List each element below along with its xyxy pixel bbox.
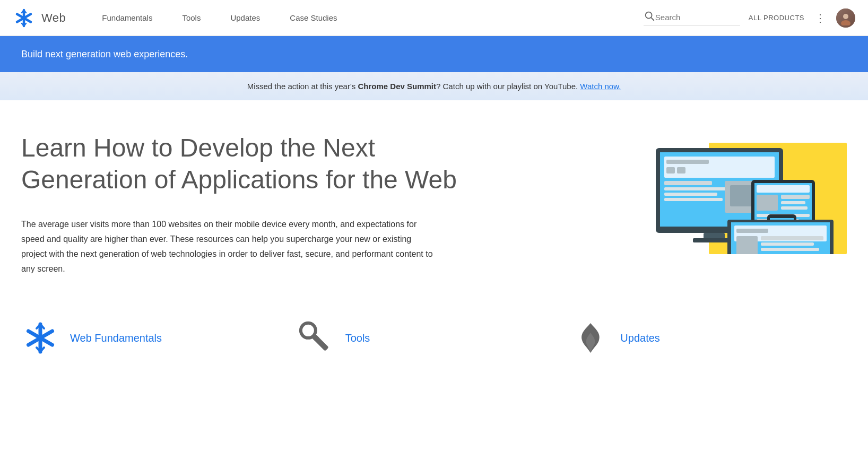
search-area[interactable]	[644, 10, 740, 26]
logo[interactable]: Web	[13, 7, 66, 29]
logo-icon	[13, 7, 35, 29]
svg-line-9	[651, 18, 654, 20]
web-fundamentals-label: Web Fundamentals	[70, 332, 162, 344]
svg-rect-18	[677, 167, 685, 174]
svg-rect-29	[757, 185, 810, 193]
web-fundamentals-icon	[21, 319, 59, 357]
hero-banner-text: Build next generation web experiences.	[21, 49, 188, 60]
updates-label: Updates	[620, 332, 660, 344]
svg-rect-33	[781, 206, 808, 210]
hero-illustration	[645, 132, 847, 249]
svg-rect-48	[736, 236, 758, 254]
svg-rect-47	[736, 229, 768, 233]
notification-text-after: ? Catch up with our playlist on YouTube.	[436, 82, 580, 91]
svg-rect-20	[664, 187, 728, 190]
notification-bold: Chrome Dev Summit	[358, 82, 436, 91]
hero-text: Learn How to Develop the Next Generation…	[21, 132, 499, 276]
navigation: Web Fundamentals Tools Updates Case Stud…	[0, 0, 868, 36]
watch-now-link[interactable]: Watch now.	[580, 82, 621, 91]
tools-icon	[297, 319, 335, 357]
search-input[interactable]	[655, 13, 740, 22]
svg-point-10	[843, 14, 848, 19]
avatar-image	[836, 8, 855, 28]
svg-point-11	[841, 20, 850, 25]
svg-rect-16	[666, 160, 709, 164]
more-options-icon[interactable]: ⋮	[815, 12, 826, 24]
tools-item[interactable]: Tools	[297, 319, 572, 357]
svg-rect-50	[761, 242, 814, 246]
nav-item-updates[interactable]: Updates	[215, 0, 275, 36]
user-avatar[interactable]	[836, 8, 855, 28]
svg-rect-22	[664, 198, 723, 201]
updates-item[interactable]: Updates	[571, 319, 847, 357]
main-content: Learn How to Develop the Next Generation…	[0, 100, 868, 378]
search-icon[interactable]	[644, 10, 655, 24]
nav-item-case-studies[interactable]: Case Studies	[275, 0, 352, 36]
svg-rect-31	[781, 195, 810, 199]
nav-item-fundamentals[interactable]: Fundamentals	[87, 0, 167, 36]
nav-item-tools[interactable]: Tools	[167, 0, 215, 36]
notification-text: Missed the action at this year's Chrome …	[247, 82, 621, 91]
web-fundamentals-item[interactable]: Web Fundamentals	[21, 319, 297, 357]
svg-rect-49	[761, 236, 823, 240]
nav-right: ALL PRODUCTS ⋮	[644, 8, 855, 28]
notification-banner: Missed the action at this year's Chrome …	[0, 72, 868, 100]
hero-description: The average user visits more than 100 we…	[21, 217, 435, 276]
hero-title: Learn How to Develop the Next Generation…	[21, 132, 478, 196]
hero-section: Learn How to Develop the Next Generation…	[21, 132, 847, 276]
svg-rect-51	[761, 248, 819, 251]
svg-rect-17	[666, 167, 675, 174]
bottom-icons-section: Web Fundamentals Tools	[21, 308, 847, 357]
svg-rect-21	[664, 193, 717, 196]
hero-svg	[645, 132, 847, 254]
svg-rect-32	[781, 201, 805, 204]
updates-icon	[571, 319, 610, 357]
svg-rect-30	[757, 195, 778, 211]
all-products-button[interactable]: ALL PRODUCTS	[749, 14, 804, 22]
notification-text-before: Missed the action at this year's	[247, 82, 358, 91]
svg-rect-19	[664, 181, 712, 185]
logo-text: Web	[41, 11, 66, 25]
nav-links: Fundamentals Tools Updates Case Studies	[87, 0, 643, 36]
hero-banner: Build next generation web experiences.	[0, 36, 868, 72]
tools-label: Tools	[345, 332, 370, 344]
